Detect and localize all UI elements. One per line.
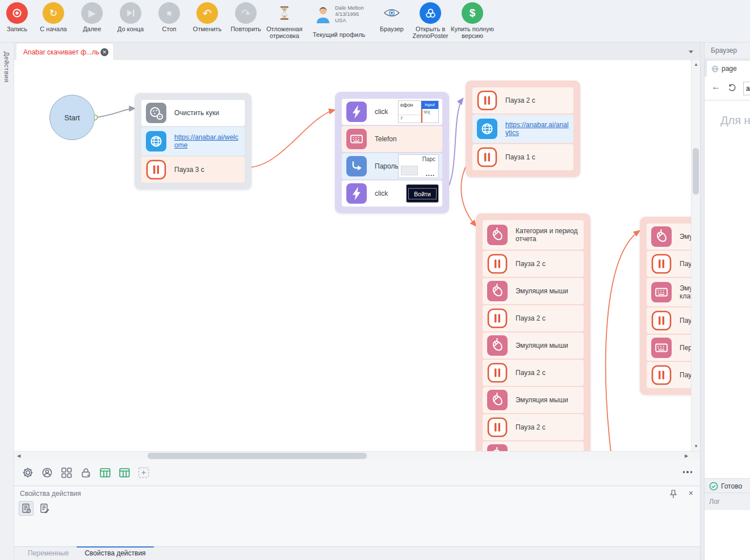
- undo-button[interactable]: ↶ Отменить: [189, 2, 225, 40]
- thumb-input-badge: input: [421, 101, 438, 109]
- action-label: Очистить куки: [174, 109, 240, 117]
- eye-icon: [381, 2, 403, 24]
- refresh-icon[interactable]: [727, 83, 737, 92]
- action-row-mouse-emulation[interactable]: Эмуляция: [483, 441, 584, 451]
- log-panel-content[interactable]: [705, 510, 750, 560]
- start-node[interactable]: Start: [49, 95, 95, 140]
- action-label: Пауза 2 с: [505, 96, 569, 104]
- scroll-down-icon[interactable]: ▼: [692, 442, 700, 451]
- action-row-pause[interactable]: Пауза 2 с: [483, 360, 584, 386]
- add-dashed-icon[interactable]: [137, 466, 150, 479]
- from-start-button[interactable]: ↻ С начала: [36, 2, 70, 40]
- canvas-tools-bar: [14, 460, 700, 486]
- page-tab[interactable]: page: [707, 61, 750, 77]
- action-row-clear-cookies[interactable]: Очистить куки: [141, 100, 245, 126]
- profile-circle-icon[interactable]: [40, 466, 54, 479]
- sidebar-splitter[interactable]: [700, 43, 705, 560]
- record-button[interactable]: Запись: [0, 2, 34, 40]
- action-label: Пауза 3 с: [174, 166, 240, 174]
- action-row-telefon[interactable]: Telefon: [342, 126, 442, 152]
- tab-action-properties[interactable]: Свойства действия: [77, 546, 153, 560]
- keyboard-icon: [651, 282, 672, 302]
- mouse-icon: [651, 226, 672, 247]
- stop-button[interactable]: ■ Стоп: [152, 2, 186, 40]
- action-properties-doc-icon[interactable]: [19, 501, 33, 516]
- record-icon: [6, 2, 28, 24]
- buy-full-version-button[interactable]: $ Купить полную версию: [451, 2, 494, 40]
- url-link[interactable]: https://anabar.ai/analytics: [505, 121, 569, 137]
- action-row-mouse-emulation[interactable]: Эмуляция мыши: [483, 387, 584, 413]
- current-profile-button[interactable]: Dale Melton 4/13/1995 USA Текущий профил…: [304, 2, 374, 40]
- globe-icon: [477, 119, 497, 139]
- pin-icon[interactable]: [669, 489, 677, 499]
- action-row-pause[interactable]: Пауза 2 с: [483, 414, 584, 440]
- node-group-report[interactable]: Категория и период отчета Пауза 2 с Эмул…: [476, 213, 590, 451]
- run-to-end-button[interactable]: До конца: [112, 2, 149, 40]
- grid-blocks-icon[interactable]: [60, 466, 73, 479]
- horizontal-scroll-thumb[interactable]: [148, 453, 367, 459]
- lock-icon[interactable]: [79, 466, 93, 479]
- thumb-digits: 90(: [421, 109, 438, 123]
- action-row-password[interactable]: Пароль Парс ....: [342, 153, 442, 179]
- close-panel-icon[interactable]: ×: [689, 489, 693, 498]
- step-next-button[interactable]: ▶ Далее: [75, 2, 109, 40]
- from-start-label: С начала: [36, 26, 70, 32]
- browser-viewport[interactable]: Для н: [705, 100, 750, 478]
- pause-icon: [487, 417, 508, 437]
- ready-check-icon: [709, 482, 718, 491]
- action-row-mouse-emulation[interactable]: Эмуляция мыши: [483, 278, 584, 304]
- scroll-left-icon[interactable]: ◀: [14, 452, 23, 460]
- browser-toggle-button[interactable]: Браузер: [375, 2, 409, 40]
- globe-icon: [146, 131, 166, 151]
- actions-rail-tab[interactable]: Действия: [3, 52, 10, 82]
- keyboard-icon: [346, 129, 367, 149]
- close-tab-icon[interactable]: ✕: [100, 48, 108, 56]
- action-row-pause[interactable]: Пауза 2 с: [483, 305, 584, 331]
- redo-button[interactable]: ↷ Повторить: [228, 2, 264, 40]
- open-in-zennoposter-button[interactable]: Открыть в ZennoPoster: [410, 2, 451, 40]
- browser-navbar: ←: [705, 77, 750, 100]
- pause-icon: [487, 308, 508, 329]
- back-arrow-icon[interactable]: ←: [711, 82, 720, 92]
- canvas-vertical-scrollbar[interactable]: ▲ ▼: [691, 60, 700, 451]
- action-row-click-login[interactable]: click Войти: [342, 180, 442, 207]
- action-row-pause[interactable]: Пауза 1 с: [472, 144, 573, 170]
- scroll-up-icon[interactable]: ▲: [692, 60, 700, 69]
- settings-gear-icon[interactable]: [21, 466, 35, 479]
- node-group-init[interactable]: Очистить куки https://anabar.ai/welcome …: [135, 93, 252, 190]
- project-tab[interactable]: Anabar скачивает ф...ль ✕: [16, 44, 113, 60]
- scroll-right-icon[interactable]: ▶: [682, 452, 691, 460]
- deferred-render-button[interactable]: Отложенная отрисовка: [262, 2, 307, 40]
- action-row-click[interactable]: click ефон 7 input 90(: [342, 99, 442, 125]
- action-row-category[interactable]: Категория и период отчета: [483, 220, 584, 250]
- node-group-analytics[interactable]: Пауза 2 с https://anabar.ai/analytics Па…: [466, 81, 580, 177]
- action-row-mouse-emulation[interactable]: Эмуляция мыши: [483, 332, 584, 359]
- log-panel-header: Лог: [705, 493, 750, 510]
- action-label: Эмуляция мыши: [516, 396, 579, 404]
- node-group-login[interactable]: click ефон 7 input 90( Telefon: [335, 92, 449, 213]
- play-to-end-icon: [120, 2, 141, 24]
- action-row-pause[interactable]: Пауза 3 с: [141, 157, 245, 183]
- tab-variables[interactable]: Переменные: [20, 547, 77, 560]
- action-label: Пауза 2 с: [516, 260, 579, 268]
- tab-list-dropdown-icon[interactable]: [689, 50, 693, 53]
- flowchart-canvas[interactable]: Start Очистить куки https://anabar.ai/we…: [14, 60, 700, 451]
- action-row-pause[interactable]: Пауза 2 с: [472, 87, 573, 113]
- stop-label: Стоп: [152, 26, 186, 32]
- canvas-horizontal-scrollbar[interactable]: ◀ ▶: [14, 451, 700, 460]
- element-thumbnail: Парс ....: [398, 154, 439, 178]
- vertical-scroll-thumb[interactable]: [693, 148, 699, 195]
- table-columns-icon[interactable]: [98, 466, 112, 479]
- table-columns-icon-2[interactable]: [118, 466, 131, 479]
- url-link[interactable]: https://anabar.ai/welcome: [174, 133, 240, 149]
- more-options-icon[interactable]: [683, 471, 693, 473]
- zennoposter-projectmaker-window: Запись ↻ С начала ▶ Далее До конца ■ Сто…: [0, 0, 750, 560]
- record-label: Запись: [0, 26, 34, 32]
- action-row-goto-url[interactable]: https://anabar.ai/welcome: [141, 127, 245, 155]
- action-row-pause[interactable]: Пауза 2 с: [483, 251, 584, 277]
- address-input[interactable]: [743, 82, 750, 95]
- edit-doc-icon[interactable]: [37, 501, 52, 516]
- run-to-end-label: До конца: [112, 26, 149, 32]
- action-label: Эмуляция мыши: [516, 342, 579, 350]
- action-row-goto-url[interactable]: https://anabar.ai/analytics: [472, 115, 573, 143]
